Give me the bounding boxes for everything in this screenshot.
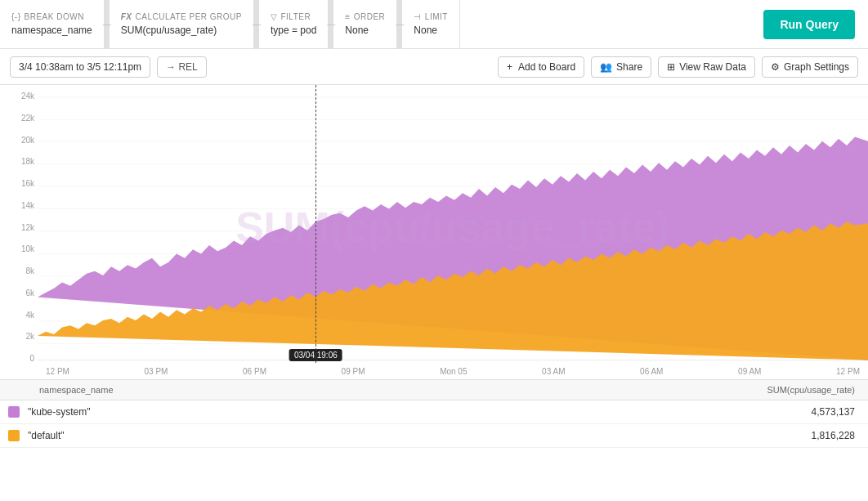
- plus-icon: +: [507, 61, 512, 73]
- y-label-16k: 16k: [21, 179, 34, 188]
- run-query-button[interactable]: Run Query: [763, 10, 855, 39]
- order-section[interactable]: ≡ ORDER None: [333, 0, 397, 48]
- x-label-12pm: 12 PM: [46, 367, 69, 376]
- add-to-board-button[interactable]: + Add to Board: [498, 56, 584, 78]
- x-label-12pm-end: 12 PM: [836, 367, 860, 376]
- right-edge-dots: ····: [861, 85, 868, 363]
- y-axis: 24k 22k 20k 18k 16k 14k 12k 10k 8k 6k 4k…: [0, 85, 38, 379]
- chart-inner[interactable]: SUM(cpu/usage_rate) 12 PM: [38, 85, 868, 379]
- date-range-button[interactable]: 3/4 10:38am to 3/5 12:11pm: [10, 56, 150, 78]
- view-raw-data-button[interactable]: ⊞ View Raw Data: [658, 56, 755, 78]
- limit-label: ⊣ LIMIT: [414, 12, 448, 21]
- fx-icon: fx: [121, 12, 132, 21]
- chart-area[interactable]: 24k 22k 20k 18k 16k 14k 12k 10k 8k 6k 4k…: [0, 85, 868, 379]
- filter-section[interactable]: ▽ FILTER type = pod: [259, 0, 329, 48]
- y-label-18k: 18k: [21, 157, 34, 166]
- y-label-14k: 14k: [21, 201, 34, 210]
- x-label-03pm: 03 PM: [145, 367, 168, 376]
- x-label-06pm: 06 PM: [243, 367, 266, 376]
- order-value: None: [345, 25, 385, 36]
- x-label-mon05: Mon 05: [440, 367, 467, 376]
- limit-icon: ⊣: [414, 12, 422, 21]
- y-label-20k: 20k: [21, 136, 34, 145]
- y-label-22k: 22k: [21, 114, 34, 123]
- y-label-2k: 2k: [25, 332, 34, 341]
- gear-icon: ⚙: [771, 61, 780, 73]
- limit-section[interactable]: ⊣ LIMIT None: [402, 0, 460, 48]
- graph-settings-button[interactable]: ⚙ Graph Settings: [762, 56, 858, 78]
- limit-value: None: [414, 25, 448, 36]
- chart-svg: [38, 85, 868, 379]
- y-label-24k: 24k: [21, 92, 34, 101]
- share-button[interactable]: 👥 Share: [591, 56, 651, 78]
- legend-table: namespace_name SUM(cpu/usage_rate) "kube…: [0, 379, 868, 448]
- share-icon: 👥: [600, 61, 612, 73]
- x-label-09pm: 09 PM: [342, 367, 365, 376]
- top-toolbar: {-} BREAK DOWN namespace_name — fx CALCU…: [0, 0, 868, 49]
- calculate-label: fx CALCULATE PER GROUP: [121, 12, 242, 21]
- rel-button[interactable]: → REL: [157, 56, 207, 78]
- y-label-10k: 10k: [21, 244, 34, 253]
- legend-value: 1,816,228: [705, 430, 868, 441]
- y-label-4k: 4k: [25, 311, 34, 320]
- legend-header-name: namespace_name: [29, 385, 705, 395]
- calculate-section[interactable]: fx CALCULATE PER GROUP SUM(cpu/usage_rat…: [110, 0, 254, 48]
- legend-swatch: [8, 430, 20, 441]
- brackets-icon: {-}: [11, 12, 21, 21]
- breakdown-section[interactable]: {-} BREAK DOWN namespace_name: [0, 0, 105, 48]
- y-label-8k: 8k: [25, 266, 34, 275]
- legend-header-value: SUM(cpu/usage_rate): [705, 385, 868, 395]
- legend-rows: "kube-system" 4,573,137 "default" 1,816,…: [0, 400, 868, 448]
- legend-row: "kube-system" 4,573,137: [0, 400, 868, 424]
- tooltip-line: [315, 85, 316, 363]
- legend-row: "default" 1,816,228: [0, 424, 868, 448]
- calculate-value: SUM(cpu/usage_rate): [121, 25, 242, 36]
- legend-value: 4,573,137: [705, 406, 868, 418]
- legend-swatch: [8, 406, 20, 418]
- legend-swatch-spacer: [0, 385, 29, 395]
- filter-label: ▽ FILTER: [271, 12, 316, 21]
- second-toolbar: 3/4 10:38am to 3/5 12:11pm → REL + Add t…: [0, 49, 868, 85]
- x-label-06am: 06 AM: [640, 367, 663, 376]
- legend-name: "default": [28, 430, 705, 441]
- order-label: ≡ ORDER: [345, 12, 385, 21]
- y-label-0: 0: [29, 354, 34, 363]
- x-label-03am: 03 AM: [542, 367, 565, 376]
- x-label-09am: 09 AM: [738, 367, 761, 376]
- table-icon: ⊞: [667, 61, 675, 73]
- breakdown-label: {-} BREAK DOWN: [11, 12, 92, 21]
- breakdown-value: namespace_name: [11, 25, 92, 36]
- y-label-6k: 6k: [25, 289, 34, 297]
- y-label-12k: 12k: [21, 223, 34, 232]
- order-icon: ≡: [345, 12, 350, 21]
- legend-header: namespace_name SUM(cpu/usage_rate): [0, 380, 868, 400]
- filter-icon: ▽: [271, 12, 278, 21]
- x-axis: 12 PM 03 PM 06 PM 09 PM Mon 05 03 AM 06 …: [38, 363, 868, 379]
- legend-name: "kube-system": [28, 406, 705, 418]
- run-section: Run Query: [750, 0, 868, 48]
- filter-value: type = pod: [271, 25, 316, 36]
